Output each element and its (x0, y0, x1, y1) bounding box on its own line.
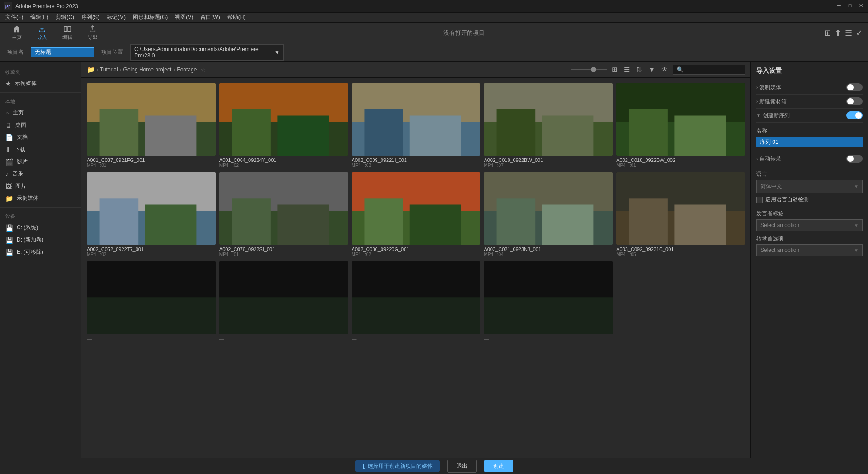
sidebar-item-desktop[interactable]: 🖥 桌面 (0, 119, 81, 131)
media-name-0: A001_C037_0921FG_001 (87, 157, 216, 163)
project-row: 项目名 项目位置 C:\Users\Administrator\Document… (0, 43, 868, 62)
breadcrumb-folder-icon[interactable]: 📁 (87, 66, 94, 73)
toolbar-icon-3[interactable]: ☰ (845, 28, 852, 38)
cancel-button[interactable]: 退出 (447, 460, 477, 473)
location-dropdown-arrow: ▼ (274, 49, 280, 56)
sidebar-item-sample-media2[interactable]: 📁 示例媒体 (0, 192, 81, 204)
toolbar-icon-2[interactable]: ⬆ (835, 28, 841, 38)
media-item-2[interactable]: A002_C009_09221I_001MP4 - :02 (352, 83, 481, 169)
media-item-0[interactable]: A001_C037_0921FG_001MP4 - :01 (87, 83, 216, 169)
window-title: 没有打开的项目 (107, 29, 821, 37)
breadcrumb-tutorial[interactable]: Tutorial (100, 66, 118, 73)
menu-view[interactable]: 视图(V) (171, 13, 197, 22)
sidebar-item-d-drive[interactable]: 💾 D: (新加卷) (0, 234, 81, 246)
media-item-5[interactable]: A002_C052_0922T7_001MP4 - :02 (87, 172, 216, 258)
desktop-icon: 🖥 (5, 122, 12, 129)
sidebar-item-movies[interactable]: 🎬 影片 (0, 156, 81, 168)
language-dropdown[interactable]: 简体中文 ▼ (756, 180, 863, 193)
media-item-1[interactable]: A001_C064_09224Y_001MP4 - :02 (219, 83, 348, 169)
sidebar-item-pictures[interactable]: 🖼 图片 (0, 180, 81, 192)
create-button[interactable]: 创建 (484, 460, 513, 472)
menu-edit[interactable]: 编辑(E) (27, 13, 52, 22)
drive-icon-e: 💾 (5, 249, 13, 256)
media-item-7[interactable]: A002_C086_09220G_001MP4 - :02 (352, 172, 481, 258)
menu-window[interactable]: 窗口(W) (197, 13, 223, 22)
language-label: 语言 (756, 171, 863, 178)
create-sequence-row: ▼ 创建新序列 (756, 109, 863, 123)
toolbar-home[interactable]: 主页 (5, 23, 28, 43)
sidebar-item-e-drive[interactable]: 💾 E: (可移除) (0, 246, 81, 258)
minimize-button[interactable]: ─ (835, 2, 843, 9)
create-sequence-toggle[interactable] (846, 111, 863, 119)
menu-file[interactable]: 文件(F) (2, 13, 27, 22)
transcript-dropdown[interactable]: Select an option ▼ (756, 244, 863, 256)
toolbar-home-label: 主页 (12, 34, 22, 41)
media-item-4[interactable]: A002_C018_0922BW_002MP4 - :01 (616, 83, 745, 169)
sidebar-item-sample-media[interactable]: ★ 示例媒体 (0, 77, 81, 90)
media-item-empty-2[interactable]: — (352, 261, 481, 342)
list-view-button[interactable]: ☰ (622, 65, 632, 75)
sidebar-item-c-drive[interactable]: 💾 C: (系统) (0, 222, 81, 234)
media-item-empty-0[interactable]: — (87, 261, 216, 342)
auto-detect-checkbox[interactable] (756, 197, 763, 203)
sidebar-item-downloads[interactable]: ⬇ 下载 (0, 143, 81, 156)
media-item-empty-3[interactable]: — (484, 261, 613, 342)
auto-transcribe-row: › 自动转录 (756, 152, 863, 166)
speech-dropdown[interactable]: Select an option ▼ (756, 219, 863, 231)
transcript-label: 转录首选项 (756, 235, 863, 242)
close-button[interactable]: ✕ (857, 2, 864, 9)
sidebar-item-home[interactable]: ⌂ 主页 (0, 107, 81, 119)
media-search-input[interactable] (673, 65, 745, 75)
media-item-6[interactable]: A002_C076_0922SI_001MP4 - :01 (219, 172, 348, 258)
breadcrumb-project[interactable]: Going Home project (123, 66, 172, 73)
favorites-section-title: 收藏夹 (0, 66, 81, 77)
media-meta-5: MP4 - :02 (87, 252, 216, 257)
filter-button[interactable]: ▼ (646, 65, 657, 74)
new-bin-toggle[interactable] (846, 97, 863, 105)
toolbar-export-label: 导出 (88, 34, 98, 41)
copy-media-toggle[interactable] (846, 83, 863, 91)
toolbar-icon-1[interactable]: ⊞ (824, 28, 831, 38)
media-item-empty-1[interactable]: — (219, 261, 348, 342)
menu-markers[interactable]: 标记(M) (103, 13, 129, 22)
menu-help[interactable]: 帮助(H) (224, 13, 250, 22)
media-item-8[interactable]: A003_C021_0923NJ_001MP4 - :04 (484, 172, 613, 258)
sidebar-divider-2 (0, 207, 81, 208)
toolbar-import[interactable]: 导入 (31, 23, 53, 43)
menu-graphics[interactable]: 图形和标题(G) (129, 13, 171, 22)
toolbar-export[interactable]: 导出 (81, 23, 104, 43)
visibility-button[interactable]: 👁 (660, 65, 670, 74)
media-name-4: A002_C018_0922BW_002 (616, 157, 745, 163)
media-name-2: A002_C009_09221I_001 (352, 157, 481, 163)
media-meta-4: MP4 - :01 (616, 163, 745, 168)
breadcrumb-favorite-star[interactable]: ☆ (200, 66, 206, 73)
sequence-name-label: 名称 (756, 127, 863, 135)
media-item-9[interactable]: A003_C092_09231C_001MP4 - :05 (616, 172, 745, 258)
maximize-button[interactable]: □ (846, 2, 854, 9)
media-meta-0: MP4 - :01 (87, 163, 216, 168)
document-icon: 📄 (5, 134, 13, 141)
toolbar-edit[interactable]: 编辑 (56, 23, 79, 43)
toolbar-icon-4[interactable]: ✓ (856, 28, 863, 38)
grid-view-button[interactable]: ⊞ (610, 65, 619, 75)
menu-clip[interactable]: 剪辑(C) (52, 13, 78, 22)
menu-sequence[interactable]: 序列(S) (78, 13, 103, 22)
media-meta-6: MP4 - :01 (219, 252, 348, 257)
sidebar-item-music[interactable]: ♪ 音乐 (0, 168, 81, 180)
media-item-3[interactable]: A002_C018_0922BW_001MP4 - :07 (484, 83, 613, 169)
bottom-bar: ℹ 选择用于创建新项目的媒体 退出 创建 (0, 458, 868, 474)
auto-detect-label: 启用语言自动检测 (765, 196, 809, 204)
media-meta-9: MP4 - :05 (616, 252, 745, 257)
breadcrumb-footage[interactable]: Footage (177, 66, 197, 73)
breadcrumb-bar: 📁 › Tutorial › Going Home project › Foot… (81, 62, 750, 78)
toolbar: 主页 导入 编辑 导出 没有打开的项目 ⊞ ⬆ ☰ ✓ (0, 23, 868, 43)
sort-button[interactable]: ⇅ (634, 65, 644, 75)
transcript-placeholder: Select an option (760, 247, 799, 253)
project-location-path[interactable]: C:\Users\Administrator\Documents\Adobe\P… (130, 44, 284, 61)
sequence-name-input[interactable] (756, 137, 863, 147)
thumbnail-size-slider[interactable] (571, 69, 607, 70)
auto-transcribe-toggle[interactable] (846, 155, 863, 163)
menubar: 文件(F) 编辑(E) 剪辑(C) 序列(S) 标记(M) 图形和标题(G) 视… (0, 13, 868, 23)
sidebar-item-documents[interactable]: 📄 文档 (0, 131, 81, 143)
project-name-input[interactable] (31, 47, 94, 57)
